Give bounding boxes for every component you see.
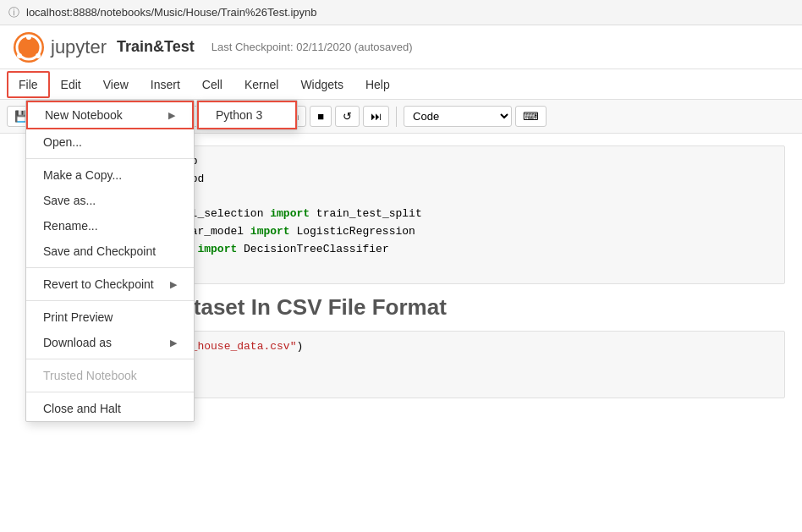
jupyter-header: jupyter Train&Test Last Checkpoint: 02/1… xyxy=(0,25,802,69)
divider-4 xyxy=(26,359,194,359)
dropdown-print-preview[interactable]: Print Preview xyxy=(26,304,194,330)
url-text: localhost:8888/notebooks/Music/House/Tra… xyxy=(26,6,317,19)
dropdown-rename[interactable]: Rename... xyxy=(26,213,194,239)
divider-2 xyxy=(26,267,194,268)
menu-insert[interactable]: Insert xyxy=(140,72,191,97)
dropdown-save-checkpoint[interactable]: Save and Checkpoint xyxy=(26,239,194,264)
submenu-python3[interactable]: Python 3 xyxy=(197,101,297,129)
dropdown-close-halt[interactable]: Close and Halt xyxy=(26,396,194,421)
notebook-title: Train&Test xyxy=(117,38,195,56)
svg-point-1 xyxy=(26,35,31,40)
logo-circle xyxy=(14,32,44,63)
address-bar: ⓘ localhost:8888/notebooks/Music/House/T… xyxy=(0,0,802,25)
svg-point-2 xyxy=(17,53,22,58)
menu-help[interactable]: Help xyxy=(354,72,401,97)
cell-type-select[interactable]: Code Markdown Raw NBConvert Heading xyxy=(404,106,512,127)
logo-text: jupyter xyxy=(51,36,107,58)
divider-3 xyxy=(26,300,194,301)
divider-1 xyxy=(26,158,194,159)
dropdown-make-copy[interactable]: Make a Copy... xyxy=(26,162,194,188)
menu-bar: File Edit View Insert Cell Kernel Widget… xyxy=(0,69,802,100)
dropdown-trusted: Trusted Notebook xyxy=(26,363,194,388)
menu-file[interactable]: File xyxy=(7,71,50,98)
dropdown-revert[interactable]: Revert to Checkpoint ▶ xyxy=(26,271,194,297)
revert-arrow: ▶ xyxy=(170,279,177,290)
new-notebook-arrow: ▶ xyxy=(168,110,175,121)
dropdown-open[interactable]: Open... xyxy=(26,129,194,155)
menu-cell[interactable]: Cell xyxy=(191,72,233,97)
separator-4 xyxy=(396,107,397,127)
dropdown-download-as[interactable]: Download as ▶ xyxy=(26,330,194,355)
dropdown-new-notebook[interactable]: New Notebook ▶ xyxy=(26,101,194,129)
restart-button[interactable]: ↺ xyxy=(335,106,360,127)
keyboard-button[interactable]: ⌨ xyxy=(515,106,547,127)
jupyter-logo: jupyter xyxy=(14,32,107,63)
new-notebook-submenu: Python 3 xyxy=(196,100,298,130)
menu-widgets[interactable]: Widgets xyxy=(289,72,354,97)
restart-run-all-button[interactable]: ⏭ xyxy=(363,106,389,127)
svg-point-3 xyxy=(36,53,41,58)
menu-view[interactable]: View xyxy=(92,72,140,97)
info-icon: ⓘ xyxy=(8,5,19,20)
checkpoint-info: Last Checkpoint: 02/11/2020 (autosaved) xyxy=(211,41,413,53)
divider-5 xyxy=(26,392,194,392)
dropdown-save-as[interactable]: Save as... xyxy=(26,188,194,213)
menu-edit[interactable]: Edit xyxy=(50,72,92,97)
file-dropdown: New Notebook ▶ Open... Make a Copy... Sa… xyxy=(25,100,195,422)
menu-kernel[interactable]: Kernel xyxy=(233,72,289,97)
stop-button[interactable]: ■ xyxy=(310,106,332,127)
download-arrow: ▶ xyxy=(170,337,177,348)
